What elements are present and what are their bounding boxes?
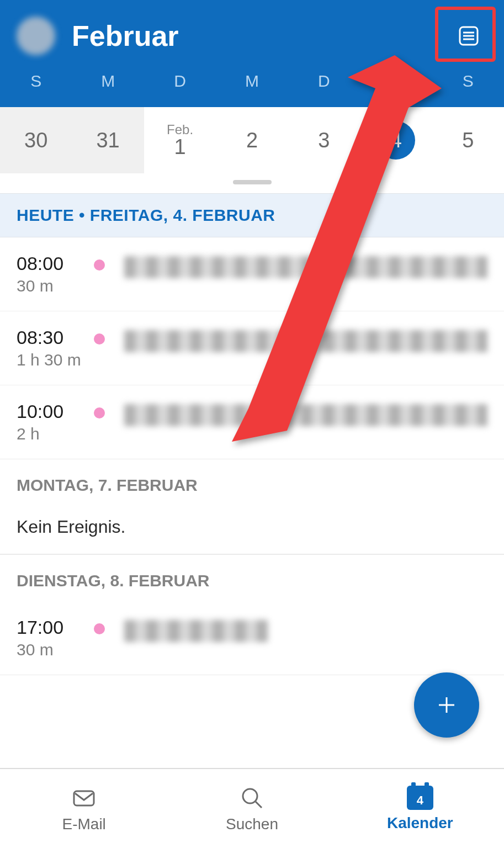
calendar-icon: 4 (407, 786, 433, 810)
weekday-label: M (72, 72, 144, 91)
weekday-label: D (144, 72, 216, 91)
event-title-redacted (124, 330, 487, 352)
event-title-redacted (124, 404, 487, 426)
event-row[interactable]: 08:00 30 m (0, 237, 504, 311)
weekday-label: S (0, 72, 72, 91)
mail-icon (71, 785, 97, 811)
event-row[interactable]: 10:00 2 h (0, 385, 504, 459)
weekday-label: M (216, 72, 288, 91)
date-cell[interactable]: 3 (288, 107, 360, 173)
agenda-view-icon (457, 24, 481, 48)
agenda-list[interactable]: HEUTE • FREITAG, 4. FEBRUAR 08:00 30 m 0… (0, 193, 504, 690)
view-switch-button[interactable] (450, 17, 487, 55)
search-icon (238, 785, 265, 811)
new-event-button[interactable] (414, 672, 479, 738)
today-header: HEUTE • FREITAG, 4. FEBRUAR (0, 193, 504, 237)
date-cell[interactable]: 2 (216, 107, 288, 173)
calendar-color-dot (94, 333, 105, 344)
no-event-text: Kein Ereignis. (0, 506, 504, 554)
calendar-color-dot (94, 259, 105, 271)
event-title-redacted (124, 256, 487, 278)
svg-rect-6 (74, 791, 94, 805)
app-header: Februar S M D M D F S (0, 0, 504, 107)
avatar[interactable] (17, 17, 55, 55)
month-title[interactable]: Februar (72, 19, 179, 52)
event-row[interactable]: 08:30 1 h 30 m (0, 311, 504, 385)
bottom-nav: E-Mail Suchen 4 Kalender (0, 768, 504, 848)
nav-calendar[interactable]: 4 Kalender (336, 769, 504, 848)
day-header: MONTAG, 7. FEBRUAR (0, 459, 504, 506)
svg-line-8 (256, 802, 262, 808)
weekday-label: F (360, 72, 432, 91)
date-cell[interactable]: Feb. 1 (144, 107, 216, 173)
nav-email[interactable]: E-Mail (0, 769, 168, 848)
event-time: 08:00 30 m (17, 253, 94, 295)
header-top: Februar (0, 0, 504, 66)
drag-handle[interactable] (233, 180, 272, 184)
calendar-color-dot (94, 623, 105, 634)
nav-search[interactable]: Suchen (168, 769, 336, 848)
weekday-row: S M D M D F S (0, 66, 504, 107)
weekday-label: S (432, 72, 504, 91)
weekday-label: D (288, 72, 360, 91)
event-title-redacted (124, 620, 268, 642)
date-cell[interactable]: 30 (0, 107, 72, 173)
date-cell[interactable]: 5 (432, 107, 504, 173)
event-time: 17:00 30 m (17, 617, 94, 659)
svg-point-7 (243, 789, 257, 803)
plus-icon (433, 692, 460, 718)
event-time: 08:30 1 h 30 m (17, 327, 94, 369)
date-row[interactable]: 30 31 Feb. 1 2 3 4 5 (0, 107, 504, 173)
date-cell[interactable]: 31 (72, 107, 144, 173)
event-row[interactable]: 17:00 30 m (0, 601, 504, 675)
event-time: 10:00 2 h (17, 401, 94, 443)
day-header: DIENSTAG, 8. FEBRUAR (0, 554, 504, 601)
calendar-color-dot (94, 407, 105, 418)
date-cell-selected[interactable]: 4 (360, 107, 432, 173)
